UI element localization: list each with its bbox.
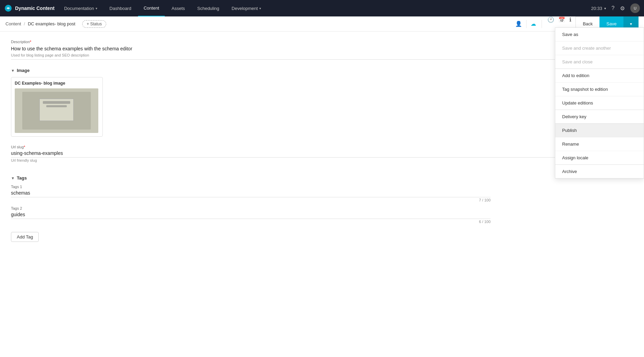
description-hint: Used for blog listing page and SEO descr… — [11, 53, 633, 57]
tag2-value[interactable]: guides — [11, 210, 491, 219]
nav-item-assets[interactable]: Assets — [166, 0, 190, 16]
nav-item-scheduling[interactable]: Scheduling — [192, 0, 225, 16]
dropdown-item-save-as[interactable]: Save as — [555, 28, 644, 41]
image-section-header[interactable]: ▼ Image — [11, 68, 633, 73]
description-label: Description* — [11, 40, 633, 44]
url-slug-counter: 21 / 100 — [11, 163, 633, 167]
tag2-counter: 6 / 100 — [11, 220, 491, 224]
tag1-counter: 7 / 100 — [11, 198, 491, 202]
chevron-down-icon: ▾ — [259, 7, 261, 10]
history-icon[interactable]: 🕐 — [547, 16, 554, 32]
dropdown-item-delivery-key[interactable]: Delivery key — [555, 110, 644, 124]
dropdown-item-publish[interactable]: Publish — [555, 124, 644, 137]
tags-section: ▼ Tags Tags 1 schemas 7 / 100 Tags 2 gui… — [11, 175, 633, 242]
dropdown-item-save-close: Save and close — [555, 55, 644, 69]
collapse-icon: ▼ — [11, 69, 15, 73]
status-pill-wrapper[interactable]: + Status — [82, 20, 106, 28]
breadcrumb-current: DC examples- blog post — [28, 21, 75, 26]
image-inner-line2 — [46, 105, 67, 107]
user-icon[interactable]: 👤 — [515, 21, 522, 27]
settings-icon[interactable]: ⚙ — [620, 5, 625, 12]
image-inner-box — [39, 99, 74, 121]
dropdown-item-rename[interactable]: Rename — [555, 137, 644, 151]
description-value[interactable]: How to use the schema examples with the … — [11, 45, 633, 52]
tag2-label: Tags 2 — [11, 206, 491, 210]
nav-item-documentation[interactable]: Documentation ▾ — [59, 0, 102, 16]
dropdown-item-assign-locale[interactable]: Assign locale — [555, 151, 644, 165]
tag1-field: Tags 1 schemas 7 / 100 — [11, 185, 491, 202]
description-field: Description* How to use the schema examp… — [11, 40, 633, 60]
dropdown-item-save-create-another: Save and create another — [555, 41, 644, 55]
image-card: DC Examples- blog image — [11, 77, 103, 137]
breadcrumb-bar: Content / DC examples- blog post + Statu… — [0, 16, 644, 32]
breadcrumb-separator: / — [24, 21, 25, 26]
chevron-down-icon: ▾ — [96, 7, 97, 10]
chevron-down-icon: ▾ — [604, 7, 606, 10]
add-tag-button[interactable]: Add Tag — [11, 232, 39, 242]
collapse-icon: ▼ — [11, 176, 15, 180]
image-inner — [22, 92, 91, 130]
app-name: Dynamic Content — [15, 5, 54, 11]
url-slug-value[interactable]: using-schema-examples — [11, 149, 633, 158]
dropdown-item-update-editions[interactable]: Update editions — [555, 96, 644, 110]
dropdown-item-archive[interactable]: Archive — [555, 165, 644, 178]
tag1-label: Tags 1 — [11, 185, 491, 189]
tags-section-header[interactable]: ▼ Tags — [11, 175, 633, 181]
dropdown-item-tag-snapshot[interactable]: Tag snapshot to edition — [555, 83, 644, 96]
top-nav: Dynamic Content Documentation ▾ Dashboar… — [0, 0, 644, 16]
image-card-title: DC Examples- blog image — [15, 81, 99, 86]
url-slug-hint: Url friendly slug — [11, 158, 633, 162]
url-slug-label: Url slug* — [11, 145, 633, 149]
image-placeholder — [15, 88, 98, 133]
breadcrumb-actions: 👤 ☁ — [515, 20, 536, 28]
user-avatar[interactable]: U — [630, 3, 640, 13]
url-slug-field: Url slug* using-schema-examples Url frie… — [11, 145, 633, 167]
help-icon[interactable]: ? — [611, 5, 615, 11]
nav-item-content[interactable]: Content — [138, 0, 165, 16]
image-section: ▼ Image DC Examples- blog image — [11, 68, 633, 137]
nav-item-dashboard[interactable]: Dashboard — [104, 0, 137, 16]
tag2-field: Tags 2 guides 6 / 100 — [11, 206, 491, 224]
main-content: Description* How to use the schema examp… — [0, 32, 644, 250]
tag1-value[interactable]: schemas — [11, 189, 491, 197]
nav-time: 20:33 ▾ — [591, 6, 606, 11]
cloud-icon[interactable]: ☁ — [531, 21, 536, 27]
dropdown-item-add-to-edition[interactable]: Add to edition — [555, 69, 644, 83]
nav-item-development[interactable]: Development ▾ — [226, 0, 267, 16]
status-label: + Status — [87, 22, 102, 26]
breadcrumb-root[interactable]: Content — [5, 21, 21, 26]
image-inner-line — [43, 101, 70, 104]
save-dropdown-menu: Save asSave and create anotherSave and c… — [555, 27, 644, 178]
nav-logo[interactable]: Dynamic Content — [4, 4, 54, 12]
